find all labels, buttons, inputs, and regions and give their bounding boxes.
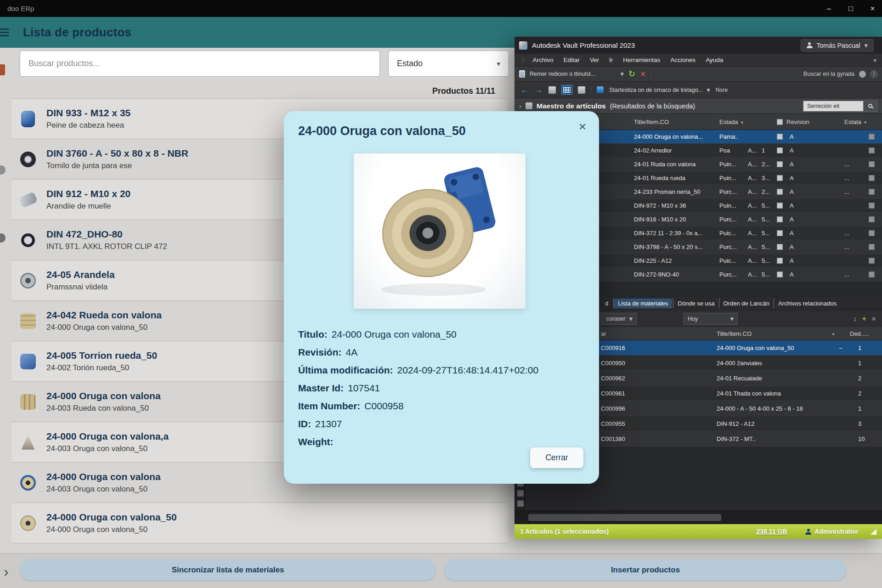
- row-end-square[interactable]: [869, 230, 875, 236]
- close-button[interactable]: ×: [871, 5, 875, 13]
- view-config-dropdown[interactable]: Startestiza on de crnaco de trelago... ▾: [609, 86, 710, 94]
- column-estado[interactable]: Estada▲: [719, 119, 748, 125]
- column-checkbox[interactable]: [773, 119, 786, 125]
- vault-title: Autodesk Vault Professional 2023: [532, 41, 635, 49]
- expand-chevron-icon[interactable]: ›: [4, 564, 9, 579]
- vault-toolbar-1: Remer redioon o ttinulst... ▾ ↻ ✕ Buscar…: [514, 67, 882, 82]
- menu-ayuda[interactable]: Ayuda: [706, 57, 723, 63]
- column-estado-2[interactable]: Estata▲: [844, 119, 861, 125]
- menu-ver[interactable]: Ver: [590, 57, 599, 63]
- detail-tab[interactable]: Archivos relacionados: [774, 299, 841, 308]
- row-end-square[interactable]: [869, 271, 875, 277]
- list-icon[interactable]: ≡: [872, 315, 876, 322]
- bom-date-dropdown[interactable]: Huy ▾: [684, 313, 738, 325]
- product-row[interactable]: 24-000 Oruga con valona_50 24-000 Oruga …: [11, 503, 508, 543]
- column-revision[interactable]: Revision: [786, 119, 805, 125]
- row-checkbox[interactable]: [773, 189, 786, 195]
- rail-icon[interactable]: [517, 490, 524, 497]
- chevron-down-icon: ▾: [707, 86, 710, 94]
- row-checkbox[interactable]: [773, 216, 786, 222]
- product-subtitle: 24-003 Oruga con valona_50: [46, 444, 169, 453]
- search-button[interactable]: [864, 101, 877, 112]
- menu-acciones[interactable]: Acciones: [670, 57, 695, 63]
- row-estado: Purc...: [719, 271, 748, 278]
- field-label: Item Number:: [298, 401, 360, 412]
- rail-icon[interactable]: [517, 500, 524, 507]
- estado-dropdown[interactable]: Estado ▾: [388, 51, 509, 77]
- row-checkbox[interactable]: [773, 147, 786, 153]
- hamburger-menu-icon[interactable]: [0, 27, 11, 38]
- row-checkbox[interactable]: [773, 203, 786, 209]
- menu-herramientas[interactable]: Herramientas: [623, 57, 660, 63]
- detail-tab[interactable]: Lista de materiales: [613, 299, 672, 308]
- row-title: 24-01 Rueda rueda: [634, 175, 719, 181]
- row-title: 24-02 Arredlor: [634, 147, 719, 154]
- menu-archivo[interactable]: Archivo: [533, 57, 554, 63]
- column-number[interactable]: ar: [601, 330, 717, 337]
- row-revision: A: [786, 188, 805, 195]
- expand-icon[interactable]: ›: [519, 102, 521, 110]
- row-end-square[interactable]: [869, 244, 875, 250]
- column-bom-title[interactable]: Title/Item.CO: [717, 330, 831, 337]
- detail-tab[interactable]: Orden de Lancán: [719, 299, 774, 308]
- document-icon[interactable]: [548, 86, 556, 94]
- horizontal-scrollbar[interactable]: [514, 510, 882, 524]
- row-checkbox[interactable]: [773, 244, 786, 250]
- scrollbar-thumb[interactable]: [528, 514, 721, 521]
- row-title: 24-01 Ruda con valona: [634, 161, 719, 168]
- product-subtitle: Peine de cabeza heea: [46, 121, 130, 130]
- row-title: DIN-972 - M10 x 36: [634, 202, 719, 209]
- panel-icon[interactable]: [578, 86, 585, 94]
- os-titlebar: doo ERp – □ ×: [0, 0, 882, 17]
- refresh-icon[interactable]: ↻: [628, 70, 635, 78]
- row-checkbox[interactable]: [773, 271, 786, 277]
- user-menu[interactable]: Tomás Pascual ▾: [801, 39, 874, 52]
- row-estado: Puic...: [719, 257, 748, 264]
- sort-updown-icon[interactable]: ↕: [853, 315, 856, 322]
- section-search: Serreción eit: [803, 101, 877, 112]
- detail-tab[interactable]: d: [601, 299, 612, 308]
- back-icon[interactable]: ←: [520, 85, 529, 94]
- row-checkbox[interactable]: [773, 230, 786, 236]
- badge-circle-icon[interactable]: 0: [871, 71, 877, 78]
- row-checkbox[interactable]: [773, 258, 786, 264]
- search-input[interactable]: [28, 59, 371, 68]
- menu-editar[interactable]: Editar: [564, 57, 580, 63]
- row-end-square[interactable]: [869, 189, 875, 195]
- column-title-item[interactable]: Title/Item.CO: [634, 119, 719, 125]
- row-end-square[interactable]: [869, 258, 875, 264]
- cerrar-button[interactable]: Cerrar: [530, 447, 583, 468]
- row-checkbox[interactable]: [773, 175, 786, 181]
- maximize-button[interactable]: □: [848, 5, 853, 13]
- product-subtitle: Arandiie de muelle: [46, 202, 130, 211]
- chevron-down-icon[interactable]: ▾: [873, 57, 876, 64]
- cancel-icon[interactable]: ✕: [640, 70, 646, 79]
- document-icon[interactable]: [519, 70, 525, 78]
- quick-action-dropdown[interactable]: Remer redioon o ttinulst... ▾: [530, 70, 624, 78]
- forward-icon[interactable]: →: [534, 85, 543, 94]
- grid-view-button[interactable]: [561, 85, 572, 95]
- row-end-square[interactable]: [869, 147, 875, 153]
- minimize-button[interactable]: –: [827, 5, 831, 13]
- estado-label: Estado: [397, 59, 423, 68]
- sync-bom-button[interactable]: Sincronizar lista de materiales: [20, 560, 436, 581]
- checkbox-icon: [777, 134, 783, 140]
- menu-ir[interactable]: Ir: [609, 57, 613, 63]
- row-end-square[interactable]: [869, 175, 875, 181]
- column-qty[interactable]: Ded.....: [850, 330, 882, 337]
- row-end-square[interactable]: [869, 216, 875, 222]
- close-icon[interactable]: ×: [579, 120, 586, 133]
- part-thumbnail-icon: [18, 271, 38, 291]
- row-end-square[interactable]: [869, 161, 875, 167]
- section-title: Maestro de artículos: [537, 102, 606, 110]
- filled-circle-icon[interactable]: [859, 71, 866, 78]
- detail-tab[interactable]: Dónde se usa: [673, 299, 718, 308]
- row-checkbox[interactable]: [773, 161, 786, 167]
- add-icon[interactable]: +: [862, 315, 866, 323]
- insert-products-button[interactable]: Insertar productos: [444, 560, 847, 581]
- section-search-input[interactable]: Serreción eit: [803, 101, 864, 112]
- row-end-square[interactable]: [869, 203, 875, 209]
- row-checkbox[interactable]: [773, 134, 786, 140]
- row-end-square[interactable]: [869, 134, 875, 140]
- vault-search-label[interactable]: Buscar en la gyrada: [803, 71, 854, 77]
